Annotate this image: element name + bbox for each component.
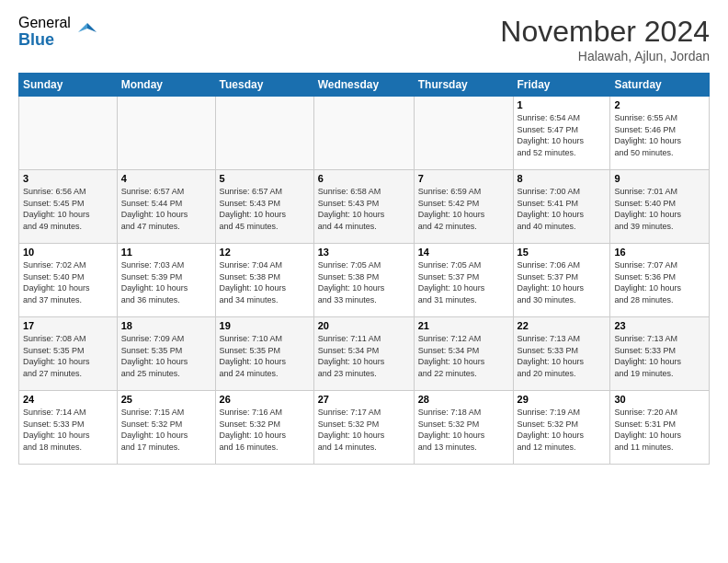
day-info: Sunrise: 7:06 AM Sunset: 5:37 PM Dayligh… [518, 259, 607, 305]
week-row-3: 17Sunrise: 7:08 AM Sunset: 5:35 PM Dayli… [19, 317, 710, 391]
calendar: SundayMondayTuesdayWednesdayThursdayFrid… [18, 73, 710, 465]
day-number: 26 [220, 394, 310, 405]
day-info: Sunrise: 7:17 AM Sunset: 5:32 PM Dayligh… [318, 407, 410, 453]
day-cell-3: 3Sunrise: 6:56 AM Sunset: 5:45 PM Daylig… [19, 170, 118, 244]
day-cell-27: 27Sunrise: 7:17 AM Sunset: 5:32 PM Dayli… [313, 391, 414, 465]
day-cell-13: 13Sunrise: 7:05 AM Sunset: 5:38 PM Dayli… [313, 244, 414, 317]
day-cell-17: 17Sunrise: 7:08 AM Sunset: 5:35 PM Dayli… [19, 317, 118, 391]
day-number: 20 [318, 320, 410, 331]
weekday-header-friday: Friday [513, 74, 610, 97]
day-cell-28: 28Sunrise: 7:18 AM Sunset: 5:32 PM Dayli… [414, 391, 513, 465]
day-number: 1 [518, 99, 607, 110]
week-row-4: 24Sunrise: 7:14 AM Sunset: 5:33 PM Dayli… [19, 391, 710, 465]
day-info: Sunrise: 7:13 AM Sunset: 5:33 PM Dayligh… [614, 333, 705, 379]
empty-cell [215, 97, 313, 170]
day-cell-10: 10Sunrise: 7:02 AM Sunset: 5:40 PM Dayli… [19, 244, 118, 317]
day-info: Sunrise: 7:05 AM Sunset: 5:38 PM Dayligh… [318, 259, 410, 305]
day-cell-25: 25Sunrise: 7:15 AM Sunset: 5:32 PM Dayli… [117, 391, 215, 465]
day-info: Sunrise: 7:05 AM Sunset: 5:37 PM Dayligh… [418, 259, 509, 305]
day-cell-23: 23Sunrise: 7:13 AM Sunset: 5:33 PM Dayli… [610, 317, 710, 391]
day-number: 30 [614, 394, 705, 405]
day-cell-9: 9Sunrise: 7:01 AM Sunset: 5:40 PM Daylig… [610, 170, 710, 244]
weekday-header-thursday: Thursday [414, 74, 513, 97]
day-cell-4: 4Sunrise: 6:57 AM Sunset: 5:44 PM Daylig… [117, 170, 215, 244]
day-number: 3 [23, 173, 113, 184]
day-cell-18: 18Sunrise: 7:09 AM Sunset: 5:35 PM Dayli… [117, 317, 215, 391]
month-title: November 2024 [500, 15, 710, 49]
weekday-header-tuesday: Tuesday [215, 74, 313, 97]
day-info: Sunrise: 7:11 AM Sunset: 5:34 PM Dayligh… [318, 333, 410, 379]
week-row-1: 3Sunrise: 6:56 AM Sunset: 5:45 PM Daylig… [19, 170, 710, 244]
day-number: 8 [518, 173, 607, 184]
day-number: 27 [318, 394, 410, 405]
day-number: 6 [318, 173, 410, 184]
day-number: 13 [318, 247, 410, 258]
day-cell-11: 11Sunrise: 7:03 AM Sunset: 5:39 PM Dayli… [117, 244, 215, 317]
day-number: 2 [614, 99, 705, 110]
day-info: Sunrise: 6:57 AM Sunset: 5:43 PM Dayligh… [220, 186, 310, 232]
day-info: Sunrise: 7:20 AM Sunset: 5:31 PM Dayligh… [614, 407, 705, 453]
week-row-0: 1Sunrise: 6:54 AM Sunset: 5:47 PM Daylig… [19, 97, 710, 170]
day-info: Sunrise: 6:59 AM Sunset: 5:42 PM Dayligh… [418, 186, 509, 232]
empty-cell [117, 97, 215, 170]
week-row-2: 10Sunrise: 7:02 AM Sunset: 5:40 PM Dayli… [19, 244, 710, 317]
day-number: 7 [418, 173, 509, 184]
day-info: Sunrise: 7:08 AM Sunset: 5:35 PM Dayligh… [23, 333, 113, 379]
logo-blue: Blue [18, 31, 71, 50]
page: General Blue November 2024 Halawah, Ajlu… [0, 0, 728, 563]
day-cell-15: 15Sunrise: 7:06 AM Sunset: 5:37 PM Dayli… [513, 244, 610, 317]
day-cell-30: 30Sunrise: 7:20 AM Sunset: 5:31 PM Dayli… [610, 391, 710, 465]
day-number: 10 [23, 247, 113, 258]
day-info: Sunrise: 6:57 AM Sunset: 5:44 PM Dayligh… [121, 186, 211, 232]
day-cell-22: 22Sunrise: 7:13 AM Sunset: 5:33 PM Dayli… [513, 317, 610, 391]
day-info: Sunrise: 7:04 AM Sunset: 5:38 PM Dayligh… [220, 259, 310, 305]
day-info: Sunrise: 6:58 AM Sunset: 5:43 PM Dayligh… [318, 186, 410, 232]
logo-text: General Blue [18, 15, 71, 49]
title-section: November 2024 Halawah, Ajlun, Jordan [500, 15, 710, 63]
day-number: 29 [518, 394, 607, 405]
day-number: 4 [121, 173, 211, 184]
day-cell-14: 14Sunrise: 7:05 AM Sunset: 5:37 PM Dayli… [414, 244, 513, 317]
empty-cell [313, 97, 414, 170]
day-cell-16: 16Sunrise: 7:07 AM Sunset: 5:36 PM Dayli… [610, 244, 710, 317]
day-number: 23 [614, 320, 705, 331]
empty-cell [414, 97, 513, 170]
day-info: Sunrise: 7:13 AM Sunset: 5:33 PM Dayligh… [518, 333, 607, 379]
weekday-header-monday: Monday [117, 74, 215, 97]
day-cell-19: 19Sunrise: 7:10 AM Sunset: 5:35 PM Dayli… [215, 317, 313, 391]
day-cell-26: 26Sunrise: 7:16 AM Sunset: 5:32 PM Dayli… [215, 391, 313, 465]
day-info: Sunrise: 7:07 AM Sunset: 5:36 PM Dayligh… [614, 259, 705, 305]
day-number: 21 [418, 320, 509, 331]
day-cell-1: 1Sunrise: 6:54 AM Sunset: 5:47 PM Daylig… [513, 97, 610, 170]
day-cell-7: 7Sunrise: 6:59 AM Sunset: 5:42 PM Daylig… [414, 170, 513, 244]
header: General Blue November 2024 Halawah, Ajlu… [18, 15, 710, 63]
day-number: 5 [220, 173, 310, 184]
day-number: 28 [418, 394, 509, 405]
logo: General Blue [18, 15, 100, 49]
day-number: 18 [121, 320, 211, 331]
day-cell-21: 21Sunrise: 7:12 AM Sunset: 5:34 PM Dayli… [414, 317, 513, 391]
day-info: Sunrise: 6:56 AM Sunset: 5:45 PM Dayligh… [23, 186, 113, 232]
day-info: Sunrise: 7:16 AM Sunset: 5:32 PM Dayligh… [220, 407, 310, 453]
day-number: 9 [614, 173, 705, 184]
day-cell-5: 5Sunrise: 6:57 AM Sunset: 5:43 PM Daylig… [215, 170, 313, 244]
day-info: Sunrise: 7:18 AM Sunset: 5:32 PM Dayligh… [418, 407, 509, 453]
day-number: 12 [220, 247, 310, 258]
day-number: 24 [23, 394, 113, 405]
day-number: 25 [121, 394, 211, 405]
day-info: Sunrise: 7:14 AM Sunset: 5:33 PM Dayligh… [23, 407, 113, 453]
day-number: 17 [23, 320, 113, 331]
location: Halawah, Ajlun, Jordan [500, 49, 710, 63]
day-number: 11 [121, 247, 211, 258]
day-info: Sunrise: 7:09 AM Sunset: 5:35 PM Dayligh… [121, 333, 211, 379]
weekday-header-wednesday: Wednesday [313, 74, 414, 97]
day-info: Sunrise: 7:12 AM Sunset: 5:34 PM Dayligh… [418, 333, 509, 379]
day-number: 19 [220, 320, 310, 331]
empty-cell [19, 97, 118, 170]
day-info: Sunrise: 7:03 AM Sunset: 5:39 PM Dayligh… [121, 259, 211, 305]
day-cell-20: 20Sunrise: 7:11 AM Sunset: 5:34 PM Dayli… [313, 317, 414, 391]
day-cell-8: 8Sunrise: 7:00 AM Sunset: 5:41 PM Daylig… [513, 170, 610, 244]
day-info: Sunrise: 7:15 AM Sunset: 5:32 PM Dayligh… [121, 407, 211, 453]
weekday-header-sunday: Sunday [19, 74, 118, 97]
day-number: 22 [518, 320, 607, 331]
